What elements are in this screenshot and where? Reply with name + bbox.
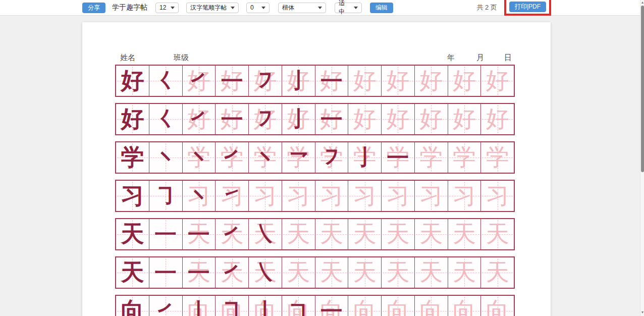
worksheet-page: 姓名 班级 年 月 日 好㇛好㇒好㇐好㇇好亅好㇐好好好好好好㇛好㇒好㇐好㇇好亅好… (82, 22, 551, 316)
font-size-select[interactable]: 12 (155, 3, 179, 13)
spacing-select[interactable]: 0 (246, 3, 270, 13)
practice-cell: 天 (414, 257, 448, 288)
model-character: 天 (116, 257, 149, 288)
stroke-glyph: ㇆ (216, 296, 248, 316)
class-label: 班级 (174, 53, 189, 63)
trace-character: 天 (448, 219, 481, 249)
stroke-glyph: ㇒ (183, 104, 216, 134)
stroke-glyph: ㇐ (183, 257, 216, 288)
stroke-glyph: ㇐ (216, 104, 248, 134)
practice-cell: 好㇇ (248, 66, 282, 96)
stroke-glyph: ㇐ (315, 66, 348, 96)
trace-character: 学 (481, 142, 514, 173)
font-family-select[interactable]: 楷体 (278, 3, 326, 13)
practice-cell: 学 (480, 142, 514, 173)
sheet-type-select[interactable]: 汉字笔顺字帖 (186, 3, 239, 13)
scrollbar-thumb[interactable] (641, 6, 644, 172)
stroke-glyph: ㇛ (149, 66, 182, 96)
stroke-glyph: ㇖ (282, 142, 315, 173)
practice-cell: 好 (448, 66, 481, 96)
practice-cell: 天 (448, 219, 481, 249)
practice-cell: 天 (116, 257, 149, 288)
content-area: 姓名 班级 年 月 日 好㇛好㇒好㇐好㇇好亅好㇐好好好好好好㇛好㇒好㇐好㇇好亅好… (0, 16, 640, 316)
practice-cell: 好㇐ (315, 104, 348, 134)
practice-cell: 好 (116, 66, 149, 96)
practice-cell: 习 (248, 181, 282, 211)
practice-grid-row: 好㇛好㇒好㇐好㇇好亅好㇐好好好好好 (115, 65, 515, 97)
chevron-down-icon (171, 7, 175, 9)
practice-cell: 天㇏ (248, 219, 282, 249)
practice-cell: ㇒ (149, 296, 182, 316)
density-select[interactable]: 适中 (335, 3, 362, 13)
trace-character: 习 (448, 181, 481, 211)
stroke-glyph: ㇇ (249, 66, 282, 96)
trace-character: 好 (481, 66, 514, 96)
practice-cell: 学 (116, 142, 149, 173)
practice-cell: ㇆ (149, 181, 182, 211)
stroke-glyph: ㇒ (216, 142, 248, 173)
practice-cell: 天㇐ (182, 257, 216, 288)
practice-cell: 向㇑ (182, 296, 216, 316)
print-pdf-button[interactable]: 打印|PDF (509, 2, 546, 12)
practice-cell: 学㇔ (182, 142, 216, 173)
trace-character: 天 (315, 219, 348, 249)
trace-character: 天 (481, 219, 514, 249)
stroke-glyph: ㇑ (249, 296, 282, 316)
trace-character: 天 (348, 257, 381, 288)
practice-cell: ㇐ (149, 257, 182, 288)
practice-cell: 学㇒ (215, 142, 248, 173)
practice-cell: 天 (414, 219, 448, 249)
stroke-glyph: 亅 (348, 142, 381, 173)
practice-cell: 好 (480, 104, 514, 134)
practice-cell: 天 (116, 219, 149, 249)
practice-cell: 天 (348, 257, 381, 288)
scroll-up-icon[interactable]: ▲ (640, 0, 644, 5)
practice-cell: 习 (282, 181, 315, 211)
practice-cell: 天㇒ (215, 219, 248, 249)
font-family-value: 楷体 (282, 4, 294, 12)
sheet-type-value: 汉字笔顺字帖 (190, 4, 227, 12)
model-character: 向 (116, 296, 149, 316)
practice-cell: ㇛ (149, 104, 182, 134)
share-button[interactable]: 分享 (82, 3, 105, 13)
stroke-glyph: ㇐ (216, 66, 248, 96)
trace-character: 天 (282, 219, 315, 249)
stroke-glyph: ㇒ (216, 219, 248, 249)
edit-button[interactable]: 编辑 (370, 3, 393, 13)
practice-cell: 好 (414, 66, 448, 96)
practice-cell: 向 (381, 296, 414, 316)
trace-character: 天 (481, 257, 514, 288)
stroke-glyph: ㇏ (249, 219, 282, 249)
stroke-glyph: ㇐ (315, 296, 348, 316)
trace-character: 天 (282, 257, 315, 288)
practice-cell: 向㇕ (282, 296, 315, 316)
chevron-down-icon (261, 7, 265, 9)
practice-cell: 向㇐ (315, 296, 348, 316)
practice-cell: 好㇒ (182, 104, 216, 134)
practice-grid-row: 向㇒向㇑向㇆向㇑向㇕向㇐向向向向向 (115, 295, 515, 316)
stroke-glyph: ㇒ (216, 257, 248, 288)
practice-cell: 习㇀ (215, 181, 248, 211)
vertical-scrollbar[interactable]: ▲ ▼ (640, 0, 644, 316)
practice-cell: 好㇐ (315, 66, 348, 96)
trace-character: 习 (282, 181, 315, 211)
practice-cell: 习 (448, 181, 481, 211)
practice-cell: 习 (414, 181, 448, 211)
practice-cell: 好 (348, 66, 381, 96)
stroke-glyph: 亅 (282, 66, 315, 96)
trace-character: 天 (415, 257, 448, 288)
practice-cell: 天 (282, 257, 315, 288)
trace-character: 习 (249, 181, 282, 211)
stroke-glyph: ㇒ (149, 296, 182, 316)
practice-grid-row: 学㇔学㇔学㇒学㇔学㇖学㇇学亅学㇐学学学 (115, 141, 515, 174)
model-character: 习 (116, 181, 149, 211)
trace-character: 学 (415, 142, 448, 173)
practice-cell: 好 (116, 104, 149, 134)
practice-cell: 天 (315, 219, 348, 249)
practice-grid-row: 天㇐天㇐天㇒天㇏天天天天天天天 (115, 218, 515, 250)
stroke-glyph: ㇇ (315, 142, 348, 173)
stroke-glyph: ㇕ (282, 296, 315, 316)
scroll-down-icon[interactable]: ▼ (640, 310, 644, 315)
stroke-glyph: ㇐ (149, 257, 182, 288)
stroke-glyph: ㇀ (216, 181, 248, 211)
